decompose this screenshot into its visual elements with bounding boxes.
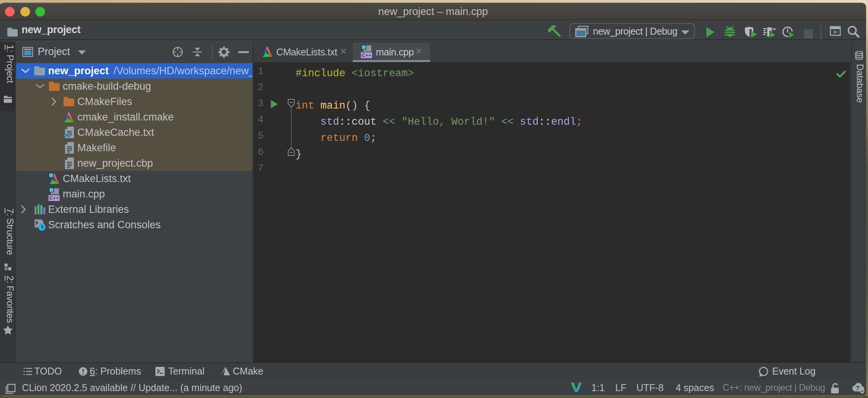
svg-text:?: ?: [856, 385, 860, 392]
